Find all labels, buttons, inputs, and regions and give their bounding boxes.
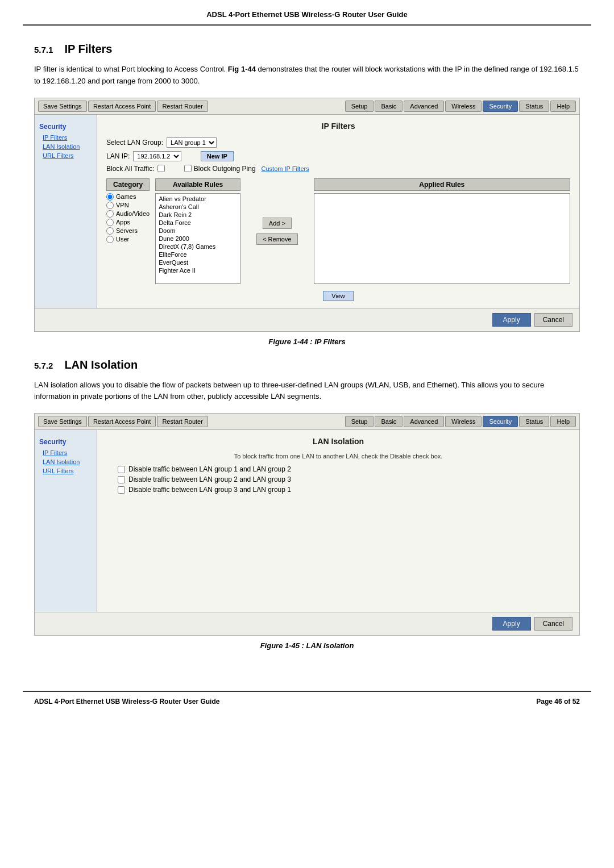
rule-dune[interactable]: Dune 2000 bbox=[157, 235, 239, 243]
applied-rules-header: Applied Rules bbox=[314, 178, 570, 191]
radio-user-input[interactable] bbox=[106, 236, 114, 243]
lan-group-select[interactable]: LAN group 1 LAN group 2 LAN group 3 bbox=[167, 137, 217, 148]
radio-servers-input[interactable] bbox=[106, 227, 114, 235]
new-ip-btn[interactable]: New IP bbox=[201, 151, 234, 161]
lan-ip-select[interactable]: 192.168.1.2 bbox=[133, 151, 181, 161]
block-outgoing-label: Block Outgoing Ping bbox=[194, 165, 256, 173]
page-footer: ADSL 4-Port Ethernet USB Wireless-G Rout… bbox=[0, 692, 614, 711]
rule-ever[interactable]: EverQuest bbox=[157, 258, 239, 266]
lan-option-2-checkbox[interactable] bbox=[118, 476, 125, 483]
lan-tab-status[interactable]: Status bbox=[519, 416, 549, 427]
tab-wireless[interactable]: Wireless bbox=[445, 101, 482, 112]
lan-group-row: Select LAN Group: LAN group 1 LAN group … bbox=[106, 137, 570, 148]
tab-status[interactable]: Status bbox=[519, 101, 549, 112]
lan-sidebar-title: Security bbox=[35, 436, 97, 448]
lan-isolation-cancel-btn[interactable]: Cancel bbox=[534, 617, 572, 631]
section-571-title: IP Filters bbox=[64, 43, 112, 56]
lan-option-1-checkbox[interactable] bbox=[118, 466, 125, 473]
lan-save-settings-btn[interactable]: Save Settings bbox=[38, 416, 87, 427]
ip-filters-apply-btn[interactable]: Apply bbox=[492, 313, 531, 327]
lan-tab-basic[interactable]: Basic bbox=[375, 416, 403, 427]
save-settings-btn[interactable]: Save Settings bbox=[38, 101, 87, 112]
rule-directx[interactable]: DirectX (7,8) Games bbox=[157, 243, 239, 251]
lan-tab-help[interactable]: Help bbox=[550, 416, 576, 427]
ip-filters-cancel-btn[interactable]: Cancel bbox=[534, 313, 572, 327]
lan-tab-advanced[interactable]: Advanced bbox=[404, 416, 444, 427]
figure-144-caption: Figure 1-44 : IP Filters bbox=[34, 337, 580, 346]
remove-btn[interactable]: < Remove bbox=[256, 233, 297, 245]
sidebar-ip-filters[interactable]: IP Filters bbox=[35, 133, 97, 142]
lan-sidebar-url-filters[interactable]: URL Filters bbox=[35, 466, 97, 475]
restart-router-btn[interactable]: Restart Router bbox=[157, 101, 208, 112]
rule-alien[interactable]: Alien vs Predator bbox=[157, 195, 239, 203]
radio-audiovideo-input[interactable] bbox=[106, 210, 114, 218]
view-btn[interactable]: View bbox=[323, 291, 354, 301]
block-all-label: Block All Traffic: bbox=[106, 165, 154, 173]
available-rules-list[interactable]: Alien vs Predator Asheron's Call Dark Re… bbox=[155, 193, 240, 284]
section-572-title: LAN Isolation bbox=[64, 358, 138, 372]
radio-servers: Servers bbox=[106, 227, 150, 235]
category-header: Category bbox=[106, 178, 150, 191]
rule-doom[interactable]: Doom bbox=[157, 227, 239, 235]
radio-servers-label: Servers bbox=[116, 227, 138, 234]
lan-option-3-label: Disable traffic between LAN group 3 and … bbox=[128, 486, 291, 494]
lan-isolation-apply-btn[interactable]: Apply bbox=[492, 617, 531, 631]
lan-option-2-label: Disable traffic between LAN group 2 and … bbox=[128, 475, 291, 483]
lan-tab-setup[interactable]: Setup bbox=[345, 416, 374, 427]
lan-option-1: Disable traffic between LAN group 1 and … bbox=[118, 465, 570, 473]
radio-games-input[interactable] bbox=[106, 193, 114, 201]
available-rules-header: Available Rules bbox=[155, 178, 240, 191]
ip-filters-footer: Apply Cancel bbox=[35, 308, 579, 331]
select-lan-label: Select LAN Group: bbox=[106, 139, 163, 147]
add-btn[interactable]: Add > bbox=[263, 218, 292, 229]
lan-isolation-nav: Save Settings Restart Access Point Resta… bbox=[35, 414, 579, 430]
lan-restart-router-btn[interactable]: Restart Router bbox=[157, 416, 208, 427]
section-571-number: 5.7.1 bbox=[34, 45, 53, 55]
sidebar-security-title: Security bbox=[35, 120, 97, 133]
lan-option-3-checkbox[interactable] bbox=[118, 486, 125, 494]
lan-sidebar-ip-filters[interactable]: IP Filters bbox=[35, 448, 97, 457]
sidebar-url-filters[interactable]: URL Filters bbox=[35, 151, 97, 160]
restart-access-point-btn[interactable]: Restart Access Point bbox=[88, 101, 156, 112]
radio-apps-input[interactable] bbox=[106, 219, 114, 226]
tab-advanced[interactable]: Advanced bbox=[404, 101, 444, 112]
lan-option-3: Disable traffic between LAN group 3 and … bbox=[118, 486, 570, 494]
rule-delta[interactable]: Delta Force bbox=[157, 219, 239, 227]
section-571-heading: 5.7.1 IP Filters bbox=[34, 43, 580, 56]
ip-filters-body: Security IP Filters LAN Isolation URL Fi… bbox=[35, 115, 579, 308]
lan-isolation-subtitle: To block traffic from one LAN to another… bbox=[106, 453, 570, 460]
rule-dark[interactable]: Dark Rein 2 bbox=[157, 211, 239, 219]
header-title: ADSL 4-Port Ethernet USB Wireless-G Rout… bbox=[206, 10, 408, 19]
lan-sidebar-lan-isolation[interactable]: LAN Isolation bbox=[35, 457, 97, 466]
section-572-heading: 5.7.2 LAN Isolation bbox=[34, 358, 580, 372]
radio-audiovideo-label: Audio/Video bbox=[116, 210, 150, 217]
category-available-wrapper: Category Games VPN bbox=[106, 178, 240, 284]
radio-games-label: Games bbox=[116, 193, 136, 200]
lan-tab-wireless[interactable]: Wireless bbox=[445, 416, 482, 427]
lan-tab-security[interactable]: Security bbox=[483, 416, 518, 427]
radio-vpn-label: VPN bbox=[116, 202, 129, 208]
block-all-row: Block All Traffic: Block Outgoing Ping C… bbox=[106, 165, 570, 173]
applied-rules-col: Applied Rules bbox=[314, 178, 570, 284]
block-outgoing-checkbox[interactable] bbox=[184, 165, 192, 172]
lan-restart-access-point-btn[interactable]: Restart Access Point bbox=[88, 416, 156, 427]
ip-filters-ui-box: Save Settings Restart Access Point Resta… bbox=[34, 98, 580, 332]
radio-vpn-input[interactable] bbox=[106, 202, 114, 209]
lan-isolation-body: Security IP Filters LAN Isolation URL Fi… bbox=[35, 430, 579, 612]
page-header: ADSL 4-Port Ethernet USB Wireless-G Rout… bbox=[0, 0, 614, 24]
category-radio-group: Games VPN Audio/Video bbox=[106, 193, 150, 243]
tab-basic[interactable]: Basic bbox=[375, 101, 403, 112]
tab-setup[interactable]: Setup bbox=[345, 101, 374, 112]
rule-fighter[interactable]: Fighter Ace II bbox=[157, 266, 239, 274]
tab-security[interactable]: Security bbox=[483, 101, 518, 112]
lan-isolation-sidebar: Security IP Filters LAN Isolation URL Fi… bbox=[35, 430, 97, 612]
sidebar-lan-isolation[interactable]: LAN Isolation bbox=[35, 142, 97, 151]
available-rules-col: Available Rules Alien vs Predator Ashero… bbox=[155, 178, 240, 284]
view-btn-wrapper: View bbox=[106, 287, 570, 301]
block-all-checkbox[interactable] bbox=[157, 165, 165, 172]
lan-ip-label: LAN IP: bbox=[106, 152, 130, 160]
custom-ip-filters-link[interactable]: Custom IP Filters bbox=[262, 165, 309, 172]
tab-help[interactable]: Help bbox=[550, 101, 576, 112]
rule-asheron[interactable]: Asheron's Call bbox=[157, 203, 239, 211]
rule-elite[interactable]: EliteForce bbox=[157, 251, 239, 258]
